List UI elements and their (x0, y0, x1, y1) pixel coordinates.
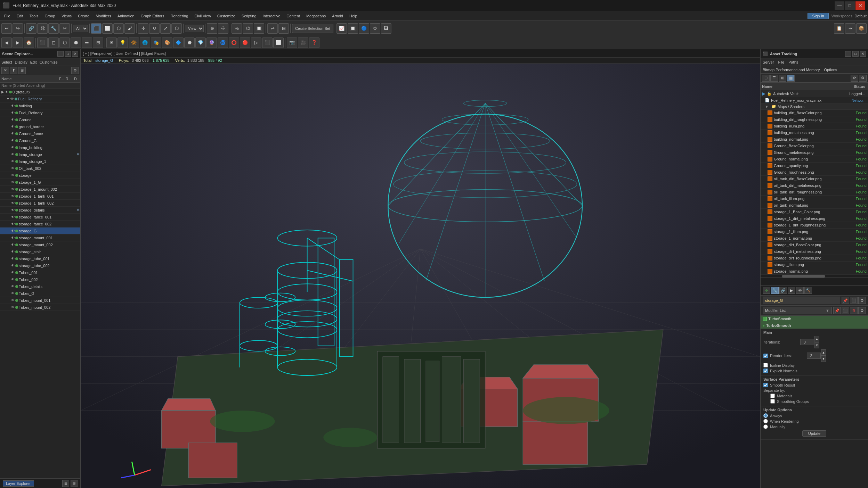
se-visibility-eye[interactable]: 👁 (11, 146, 15, 149)
tb2-btn-17[interactable]: 🔴 (240, 38, 250, 48)
at-file-row[interactable]: oil_tank_dirt_BaseColor.png Found (761, 176, 868, 182)
tb2-btn-5[interactable]: ☰ (82, 38, 92, 48)
mp-delete-modifier-button[interactable]: 🗑 (850, 307, 858, 314)
se-menu-display[interactable]: Display (15, 60, 27, 64)
snap-toggle-button[interactable]: 🔲 (254, 23, 264, 34)
se-tree-item[interactable]: 👁Tubes_mount_001 (0, 297, 80, 304)
se-visibility-eye[interactable]: 👁 (11, 118, 15, 122)
at-search-input[interactable] (761, 278, 868, 285)
se-visibility-eye[interactable]: 👁 (11, 201, 15, 205)
se-tree-item[interactable]: 👁ground_border (0, 123, 80, 130)
se-tree-item[interactable]: 👁storage_mount_002 (0, 241, 80, 248)
se-visibility-eye[interactable]: 👁 (11, 215, 15, 219)
at-close-button[interactable]: ✕ (860, 51, 866, 57)
schematic-view-button[interactable]: 🔲 (348, 23, 358, 34)
mp-select-modifier-button[interactable]: ⬛ (842, 307, 849, 314)
at-file-row[interactable]: storage_dirt_BaseColor.png Found (761, 242, 868, 248)
se-menu-select[interactable]: Select (1, 60, 12, 64)
se-tree-item[interactable]: 👁Tubes_G (0, 290, 80, 297)
at-menu-file[interactable]: File (778, 60, 784, 64)
se-visibility-eye[interactable]: 👁 (11, 243, 15, 247)
ts-render-iters-up[interactable]: ▲ (821, 349, 826, 356)
se-visibility-eye[interactable]: 👁 (11, 152, 15, 156)
forward-button[interactable]: ▶ (13, 38, 23, 48)
se-visibility-eye[interactable]: 👁 (11, 173, 15, 177)
se-tree-item[interactable]: 👁storage_stair (0, 248, 80, 255)
se-tree-item[interactable]: ▼👁Fuel_Refinery (0, 96, 80, 102)
menu-animation[interactable]: Animation (115, 13, 137, 19)
menu-file[interactable]: File (1, 13, 13, 19)
tb2-light-2[interactable]: 💡 (117, 38, 128, 48)
se-visibility-eye[interactable]: 👁 (11, 159, 15, 163)
se-tree-item[interactable]: 👁storage_details❄ (0, 207, 80, 214)
se-tree-item[interactable]: 👁Oil_tank_002 (0, 165, 80, 172)
ts-isoline-checkbox[interactable] (763, 363, 768, 367)
se-visibility-eye[interactable]: 👁 (11, 166, 15, 170)
at-file-row[interactable]: storage_1_Base_Color.png Found (761, 209, 868, 215)
se-sort-button[interactable]: ⬆ (10, 67, 17, 74)
transform-button[interactable]: ☩ (218, 23, 228, 34)
se-tree-item[interactable]: 👁storage_1_G (0, 179, 80, 186)
mp-create-panel[interactable]: ✛ (763, 287, 770, 294)
link-button[interactable]: 🔗 (26, 23, 36, 34)
se-tree-item[interactable]: 👁lamp_storage❄ (0, 151, 80, 158)
se-tree-item[interactable]: 👁lamp_storage_1 (0, 158, 80, 165)
align-button[interactable]: ⊟ (278, 23, 289, 34)
sign-in-button[interactable]: Sign In (808, 13, 828, 19)
at-menu-bitmap-perf[interactable]: Bitmap Performance and Memory (763, 68, 820, 72)
se-visibility-eye[interactable]: 👁 (11, 180, 15, 184)
ts-iterations-spinner[interactable]: ▲ ▼ (800, 336, 819, 348)
tb2-btn-15[interactable]: 🌀 (218, 38, 228, 48)
se-visibility-eye[interactable]: 👁 (11, 139, 15, 142)
back-button[interactable]: ◀ (1, 38, 12, 48)
tb2-btn-10[interactable]: 🎨 (162, 38, 172, 48)
at-file-row[interactable]: building_illum.png Found (761, 123, 868, 130)
ts-materials-checkbox[interactable] (770, 394, 775, 398)
at-file-row[interactable]: Ground_metalness.png Found (761, 149, 868, 156)
ts-render-iters-spinner[interactable]: ▲ ▼ (807, 349, 826, 362)
object-name-input[interactable]: storage_G (763, 297, 840, 304)
at-tb-btn-4[interactable]: ▦ (787, 75, 795, 82)
se-tree-item[interactable]: 👁storage (0, 172, 80, 179)
tb2-btn-3[interactable]: ⬡ (59, 38, 70, 48)
home-button[interactable]: 🏠 (24, 38, 34, 48)
se-visibility-eye[interactable]: 👁 (11, 291, 15, 295)
se-tree-item[interactable]: 👁storage_fance_002 (0, 221, 80, 228)
tb2-btn-4[interactable]: ⬢ (71, 38, 81, 48)
select-object-button[interactable]: ⬛ (91, 23, 102, 34)
bottom-icon-1[interactable]: ☰ (62, 480, 69, 487)
se-visibility-eye[interactable]: 👁 (11, 187, 15, 191)
menu-content[interactable]: Content (284, 13, 303, 19)
at-file-row[interactable]: building_dirt_BaseColor.png Found (761, 110, 868, 116)
at-scroll-thumb[interactable] (782, 275, 825, 278)
se-visibility-eye[interactable]: 👁 (5, 90, 8, 94)
mp-select-button[interactable]: ⬛ (850, 297, 858, 304)
at-maps-subsection[interactable]: ▼ 📁 Maps / Shaders (761, 104, 868, 110)
redo-button[interactable]: ↪ (13, 23, 23, 34)
tb2-btn-6[interactable]: ⊞ (93, 38, 103, 48)
menu-arnold[interactable]: Arnold (329, 13, 346, 19)
tb2-btn-12[interactable]: ⬟ (184, 38, 195, 48)
tb2-btn-14[interactable]: 🔮 (206, 38, 217, 48)
at-menu-options[interactable]: Options (824, 68, 837, 72)
bottom-icon-2[interactable]: ⊞ (71, 480, 78, 487)
at-file-row[interactable]: oil_tank_dirt_roughness.png Found (761, 189, 868, 196)
tb2-btn-13[interactable]: 💎 (195, 38, 206, 48)
tb2-btn-11[interactable]: 🔷 (173, 38, 184, 48)
at-scrollbar[interactable] (761, 275, 868, 278)
ts-render-iters-checkbox[interactable] (763, 354, 768, 358)
at-file-row[interactable]: oil_tank_normal.png Found (761, 202, 868, 209)
se-visibility-eye[interactable]: 👁 (11, 125, 15, 129)
scale-button[interactable]: ⤢ (160, 23, 171, 34)
modifier-list-dropdown[interactable]: Modifier List ▼ (763, 307, 832, 314)
se-tree-item[interactable]: 👁Tubes_mount_002 (0, 304, 80, 311)
at-file-row[interactable]: storage_1_normal.png Found (761, 235, 868, 242)
ts-manually-radio[interactable] (763, 424, 768, 429)
squash-button[interactable]: ⬡ (171, 23, 182, 34)
ts-render-iters-input[interactable] (807, 353, 821, 359)
se-tree-item[interactable]: 👁lamp_building (0, 144, 80, 151)
paint-select-button[interactable]: 🖌 (124, 23, 135, 34)
ts-iterations-input[interactable] (800, 339, 814, 345)
selection-filter-dropdown[interactable]: All (73, 25, 88, 32)
render-button[interactable]: 🖼 (381, 23, 391, 34)
